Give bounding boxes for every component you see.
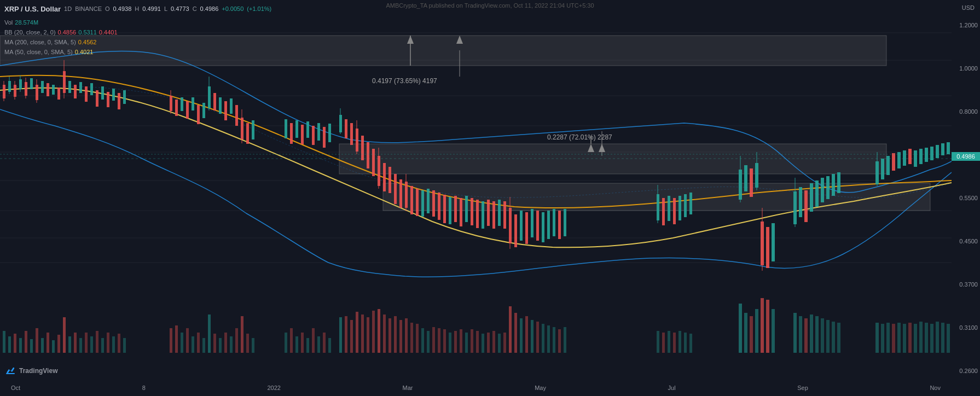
high-val: 0.4991 bbox=[142, 5, 161, 12]
svg-rect-98 bbox=[443, 195, 446, 223]
svg-rect-179 bbox=[170, 328, 172, 353]
x-label-sep: Sep bbox=[797, 385, 808, 391]
svg-rect-36 bbox=[68, 81, 71, 93]
svg-rect-54 bbox=[202, 103, 205, 118]
svg-rect-278 bbox=[875, 323, 879, 353]
svg-rect-210 bbox=[285, 333, 287, 353]
svg-rect-97 bbox=[438, 193, 440, 220]
svg-rect-196 bbox=[118, 334, 120, 353]
low-label: L bbox=[164, 5, 167, 12]
svg-rect-52 bbox=[192, 97, 194, 110]
svg-rect-87 bbox=[388, 167, 391, 193]
open-label: O bbox=[105, 5, 110, 12]
svg-rect-121 bbox=[564, 209, 566, 236]
svg-rect-33 bbox=[57, 88, 60, 100]
svg-rect-99 bbox=[449, 197, 451, 224]
svg-rect-231 bbox=[421, 328, 424, 353]
svg-rect-103 bbox=[471, 198, 473, 225]
y-axis: 1.2000 1.0000 0.8000 0.6500 0.5500 0.450… bbox=[952, 0, 980, 396]
low-val: 0.4773 bbox=[171, 5, 189, 12]
svg-rect-230 bbox=[416, 324, 419, 353]
svg-rect-126 bbox=[673, 198, 676, 224]
svg-rect-263 bbox=[689, 334, 692, 353]
svg-rect-142 bbox=[799, 187, 802, 217]
svg-rect-269 bbox=[793, 313, 797, 353]
svg-rect-100 bbox=[454, 196, 457, 222]
svg-rect-81 bbox=[361, 136, 364, 160]
svg-rect-286 bbox=[919, 322, 923, 353]
svg-rect-208 bbox=[246, 334, 249, 353]
y-label-0370: 0.3700 bbox=[952, 281, 978, 288]
svg-rect-237 bbox=[454, 331, 457, 353]
svg-rect-73 bbox=[323, 127, 326, 148]
svg-rect-53 bbox=[197, 105, 200, 124]
svg-rect-167 bbox=[14, 334, 16, 353]
svg-rect-160 bbox=[925, 148, 928, 162]
svg-rect-93 bbox=[416, 189, 419, 216]
y-label-0310: 0.3100 bbox=[952, 324, 978, 331]
svg-rect-162 bbox=[936, 145, 939, 158]
svg-rect-120 bbox=[558, 211, 561, 239]
svg-rect-188 bbox=[761, 298, 764, 353]
svg-rect-149 bbox=[837, 172, 840, 193]
svg-rect-241 bbox=[476, 331, 479, 353]
svg-rect-243 bbox=[487, 333, 490, 353]
svg-rect-261 bbox=[679, 331, 681, 353]
svg-rect-166 bbox=[8, 336, 11, 353]
svg-text:0.2287 (72.01%) 2287: 0.2287 (72.01%) 2287 bbox=[547, 133, 612, 141]
svg-rect-59 bbox=[224, 101, 227, 120]
x-label-jul: Jul bbox=[668, 385, 676, 391]
svg-rect-285 bbox=[914, 324, 917, 353]
svg-rect-44 bbox=[112, 89, 115, 101]
svg-rect-69 bbox=[301, 125, 304, 144]
svg-rect-148 bbox=[832, 174, 835, 196]
svg-rect-185 bbox=[378, 309, 380, 353]
current-price-badge: 0.4986 bbox=[952, 152, 980, 161]
ma200-row: MA (200, close, 0, SMA, 5) 0.4562 bbox=[4, 37, 118, 47]
svg-rect-147 bbox=[826, 176, 830, 199]
svg-rect-204 bbox=[219, 338, 222, 353]
svg-rect-194 bbox=[107, 333, 109, 353]
exchange-label: BINANCE bbox=[75, 5, 102, 12]
svg-rect-156 bbox=[903, 150, 906, 166]
svg-rect-78 bbox=[350, 123, 353, 145]
svg-rect-67 bbox=[290, 123, 293, 144]
svg-rect-235 bbox=[443, 329, 446, 353]
svg-rect-11 bbox=[339, 144, 886, 174]
svg-rect-127 bbox=[679, 196, 681, 220]
ma50-val: 0.4021 bbox=[75, 47, 94, 57]
svg-rect-58 bbox=[219, 97, 222, 114]
svg-rect-74 bbox=[328, 124, 331, 142]
svg-rect-177 bbox=[68, 336, 71, 353]
svg-rect-205 bbox=[224, 333, 227, 353]
svg-rect-238 bbox=[460, 329, 462, 353]
svg-rect-38 bbox=[79, 82, 82, 93]
svg-rect-88 bbox=[394, 174, 397, 204]
svg-rect-165 bbox=[3, 331, 5, 353]
svg-rect-299 bbox=[4, 365, 16, 377]
x-label-mar: Mar bbox=[403, 385, 413, 391]
bb-label: BB (20, close, 2, 0) bbox=[4, 27, 56, 37]
svg-rect-190 bbox=[85, 333, 88, 353]
svg-rect-223 bbox=[372, 311, 375, 353]
svg-rect-277 bbox=[837, 323, 840, 353]
svg-rect-108 bbox=[498, 200, 501, 226]
close-val: 0.4986 bbox=[200, 5, 219, 12]
svg-rect-250 bbox=[531, 320, 534, 353]
ma200-val: 0.4562 bbox=[78, 37, 97, 47]
svg-rect-30 bbox=[41, 81, 44, 93]
svg-rect-178 bbox=[74, 333, 77, 353]
vol-row: Vol 28.574M bbox=[4, 18, 118, 27]
svg-rect-216 bbox=[317, 336, 320, 353]
chart-container: AMBCrypto_TA published on TradingView.co… bbox=[0, 0, 980, 396]
x-label-nov: Nov bbox=[930, 385, 941, 391]
svg-rect-214 bbox=[306, 338, 309, 353]
svg-rect-32 bbox=[52, 85, 55, 95]
svg-rect-125 bbox=[668, 196, 670, 221]
svg-rect-66 bbox=[285, 119, 287, 138]
svg-rect-207 bbox=[235, 328, 238, 353]
x-label-oct: Oct bbox=[11, 385, 20, 391]
indicators-panel: Vol 28.574M BB (20, close, 2, 0) 0.4856 … bbox=[4, 18, 118, 57]
svg-rect-228 bbox=[405, 318, 408, 353]
close-label: C bbox=[193, 5, 197, 12]
